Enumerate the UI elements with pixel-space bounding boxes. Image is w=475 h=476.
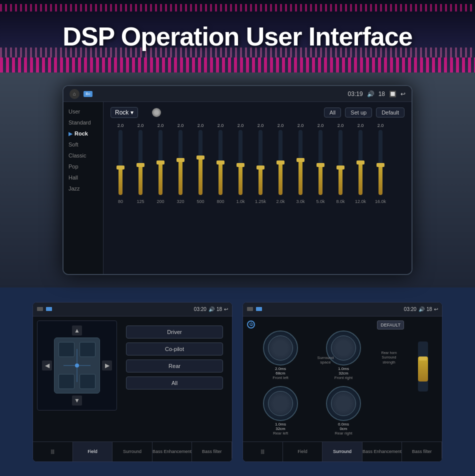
setup-button[interactable]: Set up xyxy=(345,108,372,118)
eq-col-4: 2.0 xyxy=(190,123,210,129)
rear-button[interactable]: Rear xyxy=(126,360,223,372)
eq-slider-12[interactable] xyxy=(358,130,362,195)
sub-header-right-left: 03:20 🔊 18 ↩ xyxy=(194,306,228,312)
sub-tab-bass-right[interactable]: Bass Enhancement xyxy=(362,442,402,462)
sub-tab-filter-left[interactable]: Bass filter xyxy=(192,442,232,462)
nav-right-btn[interactable]: ▶ xyxy=(102,360,112,370)
eq-col-6: 2.0 xyxy=(230,123,250,129)
eq-slider-2[interactable] xyxy=(158,130,162,195)
slider-fill-13 xyxy=(378,165,382,195)
label-col-11: 8.0k xyxy=(330,197,350,204)
banner-dots xyxy=(0,4,475,12)
driver-button[interactable]: Driver xyxy=(126,326,223,338)
screen-header: ⌂ Bc 03:19 🔊 18 🔲 ↩ xyxy=(64,86,412,102)
gauge-rear-right[interactable] xyxy=(326,386,361,421)
tab-field[interactable]: Field xyxy=(68,274,154,275)
slider-thumb-5[interactable] xyxy=(216,160,224,164)
sub-eq-icon-left[interactable]: ||| xyxy=(33,442,73,462)
gauge-rear-left[interactable] xyxy=(263,386,298,421)
default-button[interactable]: Default xyxy=(376,108,404,118)
menu-pop[interactable]: Pop xyxy=(64,161,103,172)
surround-knobs-grid: 2.0ms68cm Front left 1.0ms32cm Front rig… xyxy=(247,320,377,436)
nav-down-btn[interactable]: ▼ xyxy=(72,396,82,406)
eq-label-7: 1.25k xyxy=(255,199,266,204)
eq-slider-0[interactable] xyxy=(118,130,122,195)
menu-user[interactable]: User xyxy=(64,106,103,117)
strength-slider[interactable] xyxy=(418,342,428,392)
slider-thumb-7[interactable] xyxy=(256,166,264,170)
sub-header-icons-right xyxy=(247,307,262,311)
eq-knob[interactable] xyxy=(152,108,161,117)
slider-fill-1 xyxy=(138,165,142,195)
eq-slider-4[interactable] xyxy=(198,130,202,195)
slider-thumb-11[interactable] xyxy=(336,166,344,170)
eq-slider-8[interactable] xyxy=(278,130,282,195)
all-button[interactable]: All xyxy=(324,108,341,118)
menu-hall[interactable]: Hall xyxy=(64,172,103,183)
slider-thumb-6[interactable] xyxy=(236,163,244,167)
label-col-1: 125 xyxy=(130,197,150,204)
slider-thumb-3[interactable] xyxy=(176,158,184,162)
sub-tab-bass-left[interactable]: Bass Enhancement xyxy=(152,442,192,462)
eq-label-8: 2.0k xyxy=(276,199,284,204)
eq-col-0: 2.0 xyxy=(110,123,130,129)
knob-val-fr: 1.0ms32cm xyxy=(338,366,349,376)
home-icon[interactable]: ⌂ xyxy=(70,89,80,99)
eq-slider-5[interactable] xyxy=(218,130,222,195)
slider-thumb-13[interactable] xyxy=(376,163,384,167)
slider-thumb-2[interactable] xyxy=(156,160,164,164)
eq-area: Rock ▾ All Set up Default 2.0 2.0 2.0 2.… xyxy=(104,102,412,274)
sub-back-left[interactable]: ↩ xyxy=(224,306,228,312)
eq-col-5: 2.0 xyxy=(210,123,230,129)
menu-rock[interactable]: ▶ Rock xyxy=(64,128,103,139)
tab-bass-filter[interactable]: Bass filter xyxy=(326,274,412,275)
slider-thumb-9[interactable] xyxy=(296,158,304,162)
tab-bass-enhancement[interactable]: Bass Enhancement xyxy=(240,274,326,275)
nav-left-btn[interactable]: ◀ xyxy=(42,360,52,370)
eq-col-9: 2.0 xyxy=(290,123,310,129)
dsp-content: User Standard ▶ Rock Soft Classic Pop Ha… xyxy=(64,102,412,274)
slider-thumb-4[interactable] xyxy=(196,156,204,160)
eq-slider-1[interactable] xyxy=(138,130,142,195)
sub-back-right[interactable]: ↩ xyxy=(434,306,438,312)
copilot-button[interactable]: Co-pilot xyxy=(126,342,223,356)
all-seat-button[interactable]: All xyxy=(126,376,223,390)
eq-slider-9[interactable] xyxy=(298,130,302,195)
label-col-5: 800 xyxy=(210,197,230,204)
eq-slider-11[interactable] xyxy=(338,130,342,195)
tab-surround[interactable]: Surround xyxy=(154,274,240,275)
sub-tab-surround-right[interactable]: Surround xyxy=(322,442,362,462)
sub-time-left: 03:20 xyxy=(194,306,206,312)
slider-thumb-0[interactable] xyxy=(116,166,124,170)
gauge-front-left[interactable] xyxy=(263,330,298,366)
nav-up-btn[interactable]: ▲ xyxy=(72,326,82,336)
power-icon-surround[interactable]: ⏻ xyxy=(247,320,255,328)
menu-soft[interactable]: Soft xyxy=(64,139,103,150)
eq-col-13: 2.0 xyxy=(370,123,390,129)
eq-slider-10[interactable] xyxy=(318,130,322,195)
slider-thumb-8[interactable] xyxy=(276,160,284,164)
slider-thumb-12[interactable] xyxy=(356,160,364,164)
menu-jazz[interactable]: Jazz xyxy=(64,183,103,194)
knob-lbl-fr: Front right xyxy=(334,376,352,380)
slider-thumb-1[interactable] xyxy=(136,163,144,167)
eq-slider-3[interactable] xyxy=(178,130,182,195)
app-icon[interactable]: Bc xyxy=(84,91,92,97)
preset-dropdown[interactable]: Rock ▾ xyxy=(110,107,138,118)
eq-slider-13[interactable] xyxy=(378,130,382,195)
back-nav-icon[interactable]: ↩ xyxy=(400,90,406,98)
default-surround-btn[interactable]: DEFAULT xyxy=(377,320,404,330)
eq-slider-6[interactable] xyxy=(238,130,242,195)
menu-standard[interactable]: Standard xyxy=(64,117,103,128)
field-car-area: ▲ ◀ ▶ ▼ xyxy=(42,326,112,406)
sub-tab-filter-right[interactable]: Bass filter xyxy=(402,442,442,462)
eq-slider-7[interactable] xyxy=(258,130,262,195)
slider-thumb-10[interactable] xyxy=(316,163,324,167)
sub-eq-icon-right[interactable]: ||| xyxy=(243,442,283,462)
knob-rear-right: 0.0ms0cm Rear right xyxy=(315,386,372,436)
sub-tab-surround-left[interactable]: Surround xyxy=(112,442,152,462)
sub-tab-field-left[interactable]: Field xyxy=(73,442,113,462)
strength-thumb[interactable] xyxy=(419,356,427,360)
sub-tab-field-right[interactable]: Field xyxy=(283,442,323,462)
menu-classic[interactable]: Classic xyxy=(64,150,103,161)
